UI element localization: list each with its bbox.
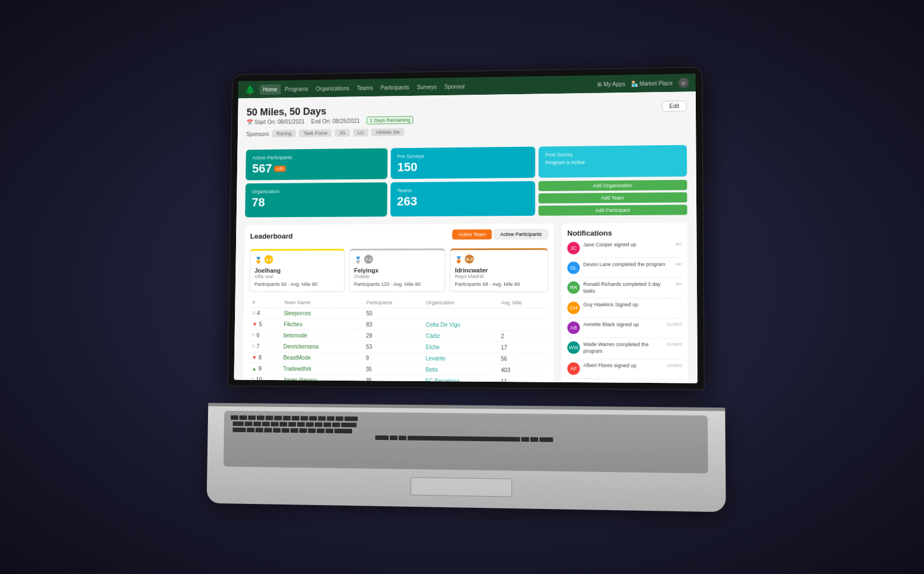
podium-name-1: Joelhang bbox=[255, 267, 340, 274]
nav-teams[interactable]: Teams bbox=[354, 82, 376, 93]
add-participant-btn[interactable]: Add Participant bbox=[539, 205, 687, 216]
team-link[interactable]: Denrickersena bbox=[283, 344, 318, 350]
notif-item: AF Albert Flores signed up 30/09/2 bbox=[567, 362, 682, 379]
notifications-section: Notifications JC Jane Cooper signed up 4… bbox=[562, 223, 689, 383]
notif-time: 30/09/2 bbox=[667, 383, 682, 383]
nav-home[interactable]: Home bbox=[260, 84, 280, 95]
trackpad bbox=[410, 477, 512, 497]
leaderboard-section: Leaderboard Active Team Active Participa… bbox=[242, 224, 553, 383]
stat-active-value: 567 bbox=[252, 163, 272, 175]
medal-1: 🥇 bbox=[255, 257, 262, 264]
podium-name-2: Feiyingx bbox=[354, 267, 440, 274]
podium-sub-1: Villa real bbox=[255, 274, 340, 279]
edit-button[interactable]: Edit bbox=[662, 101, 686, 112]
trend-icon: = bbox=[252, 343, 255, 349]
apps-icon: ⊞ bbox=[597, 81, 602, 87]
notif-text: Albert Flores signed up bbox=[583, 362, 663, 369]
notif-item: SN Savannah Nguyen signed up... 30/09/2 bbox=[567, 382, 682, 383]
org-link[interactable]: Elche bbox=[426, 344, 440, 350]
end-date-label: End On: bbox=[311, 118, 331, 124]
rank-badge-2: 7-2 bbox=[364, 255, 373, 264]
leaderboard-table: # Team Name Participants Organization Av… bbox=[248, 298, 548, 383]
table-row: = 6 betsmode 29 Cádiz 2 bbox=[248, 330, 548, 342]
team-link[interactable]: betsmode bbox=[283, 332, 307, 339]
nav-participants[interactable]: Participants bbox=[377, 82, 413, 93]
nav-sponsor[interactable]: Sponsor bbox=[441, 81, 469, 91]
stat-pre-title: Pre Surveys bbox=[397, 152, 528, 159]
bottom-section: Leaderboard Active Team Active Participa… bbox=[242, 223, 688, 383]
notif-item: AB Annette Black signed up 01/09/2 bbox=[567, 322, 682, 339]
notif-avatar: DL bbox=[567, 262, 580, 274]
notif-item: DL Devon Lane completed the program 4m bbox=[567, 261, 682, 278]
stat-org-value: 78 bbox=[252, 196, 381, 209]
medal-3: 🥉 bbox=[455, 256, 463, 263]
team-link[interactable]: Tradewithrk bbox=[283, 365, 312, 372]
notif-text: Wade Warren completed the program bbox=[583, 341, 663, 355]
notif-text: Annette Black signed up bbox=[583, 322, 663, 328]
sponsor-2: Task Force bbox=[299, 129, 331, 137]
table-row: = 4 Sleeporces 50 bbox=[249, 308, 548, 320]
start-date-value: 08/01/2021 bbox=[278, 118, 304, 124]
notifications-title: Notifications bbox=[567, 229, 682, 238]
stat-active-participants: Active Participants 567 +25 bbox=[246, 148, 387, 180]
user-avatar[interactable]: U bbox=[678, 78, 689, 88]
navbar-right: ⊞ My Apps 🏪 Market Place U bbox=[597, 78, 689, 89]
tab-active-participants[interactable]: Active Participants bbox=[494, 229, 548, 239]
trend-icon: ▲ bbox=[251, 365, 257, 372]
tab-active-team[interactable]: Active Team bbox=[452, 229, 492, 239]
keyboard-area bbox=[224, 411, 708, 474]
team-link[interactable]: Sleeporces bbox=[284, 310, 311, 316]
sponsor-3: JG bbox=[335, 129, 350, 137]
add-team-btn[interactable]: Add Team bbox=[539, 192, 687, 203]
stat-pre-surveys: Pre Surveys 150 bbox=[390, 147, 535, 179]
add-organization-btn[interactable]: Add Organization bbox=[539, 180, 687, 191]
laptop-base bbox=[206, 403, 726, 512]
nav-surveys[interactable]: Surveys bbox=[414, 81, 440, 92]
notif-time: 30/09/2 bbox=[667, 363, 682, 368]
stat-post-title: Post Survey bbox=[546, 151, 680, 158]
market-place-btn[interactable]: 🏪 Market Place bbox=[631, 80, 673, 87]
leaderboard-tabs: Active Team Active Participants bbox=[452, 229, 548, 240]
notif-time: 4m bbox=[675, 242, 681, 247]
notif-avatar: JC bbox=[567, 242, 580, 254]
team-link[interactable]: Jones Haroon... bbox=[283, 377, 321, 383]
org-link[interactable]: Celta De Vigo bbox=[426, 322, 460, 328]
laptop-hinge bbox=[208, 403, 725, 411]
notif-item: JC Jane Cooper signed up 4m bbox=[567, 242, 682, 258]
team-link[interactable]: Fikchex bbox=[284, 321, 303, 327]
notif-avatar: AB bbox=[567, 322, 580, 334]
sponsor-4: LU bbox=[353, 129, 368, 137]
podium-stats-2: Participants 120 · Avg. Mile 80 bbox=[354, 281, 441, 287]
market-place-label: Market Place bbox=[639, 80, 672, 87]
trend-icon: = bbox=[252, 310, 256, 316]
sponsor-1: Racing bbox=[272, 129, 296, 137]
sponsors-label: Sponsors bbox=[246, 131, 269, 137]
org-link[interactable]: FC Barcelona bbox=[426, 378, 460, 383]
stat-teams: Teams 263 bbox=[390, 181, 535, 216]
org-link[interactable]: Levante bbox=[426, 355, 445, 362]
nav-organizations[interactable]: Organizations bbox=[312, 83, 352, 94]
podium-row: 🥇 4-1 Joelhang Villa real Participants 6… bbox=[250, 248, 548, 292]
org-link[interactable]: Betis bbox=[426, 367, 438, 373]
notif-text: Ronald Richards completed 3 day tasks bbox=[583, 281, 672, 295]
notif-text: Devon Lane completed the program bbox=[583, 261, 672, 268]
nav-links: Home Programs Organizations Teams Partic… bbox=[260, 79, 593, 95]
team-link[interactable]: BeastMode bbox=[283, 355, 311, 361]
notif-time: 4m bbox=[675, 261, 681, 266]
end-date: End On: 08/25/2021 bbox=[311, 118, 360, 124]
stat-post-survey: Post Survey Program is Active bbox=[539, 145, 687, 178]
stat-post-status: Program is Active bbox=[546, 159, 680, 165]
calendar-icon: 📅 bbox=[246, 119, 253, 125]
trend-icon: = bbox=[252, 332, 255, 339]
podium-2nd: 🥈 7-2 Feiyingx Oviedo Participants 120 ·… bbox=[349, 248, 446, 292]
org-link[interactable]: Cádiz bbox=[426, 333, 440, 339]
col-team: Team Name bbox=[280, 298, 363, 308]
nav-programs[interactable]: Programs bbox=[281, 84, 311, 94]
my-apps-btn[interactable]: ⊞ My Apps bbox=[597, 81, 625, 87]
market-icon: 🏪 bbox=[631, 81, 637, 87]
stat-active-title: Active Participants bbox=[252, 154, 381, 160]
sponsor-5: Athletic De bbox=[372, 128, 404, 136]
col-participants: Participants bbox=[363, 298, 422, 308]
notif-avatar: WW bbox=[567, 341, 580, 354]
notif-time: 01/09/2 bbox=[667, 342, 682, 347]
